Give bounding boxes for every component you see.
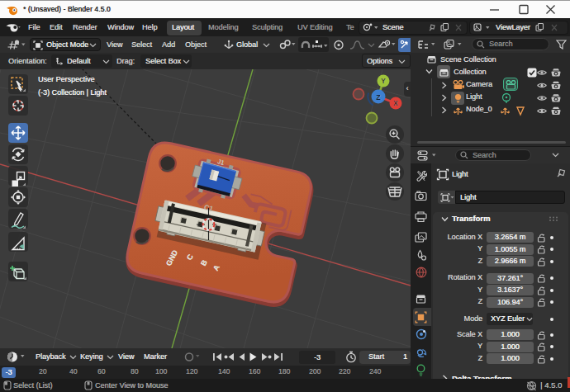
svg-text:X: X xyxy=(393,99,398,107)
svg-text:Y: Y xyxy=(381,77,386,85)
svg-text:Z: Z xyxy=(376,93,381,102)
